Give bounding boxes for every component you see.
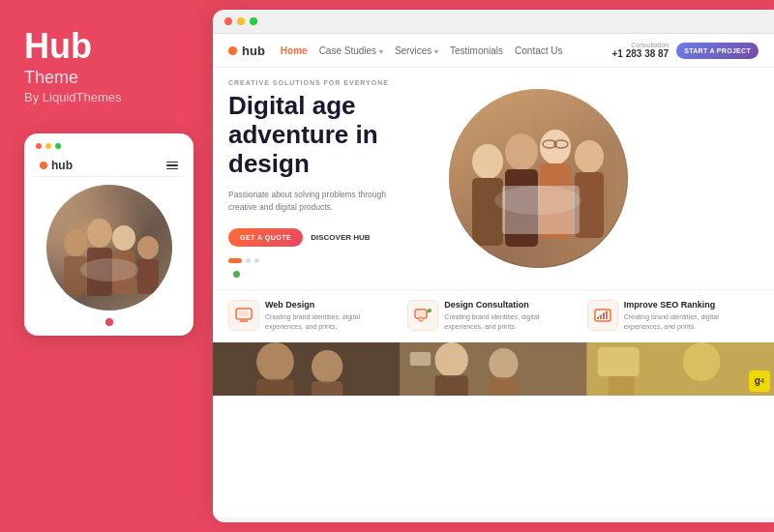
hero-buttons: GET A QUOTE DISCOVER HUB bbox=[228, 228, 432, 247]
mobile-logo-text: hub bbox=[51, 159, 73, 172]
svg-rect-28 bbox=[419, 317, 423, 321]
browser-window-controls bbox=[224, 17, 257, 25]
bottom-image-1 bbox=[213, 342, 400, 396]
svg-point-0 bbox=[64, 229, 87, 256]
hero-title-line1: Digital age bbox=[228, 91, 355, 120]
svg-rect-7 bbox=[137, 259, 159, 294]
svg-point-2 bbox=[87, 219, 112, 248]
svg-point-50 bbox=[682, 342, 720, 381]
service-design-consultation: Design Consultation Creating brand ident… bbox=[407, 300, 579, 333]
mobile-mockup: hub bbox=[24, 133, 194, 336]
mobile-window-controls bbox=[34, 143, 184, 149]
service-web-design-desc: Creating brand identities, digital exper… bbox=[265, 312, 400, 333]
svg-point-37 bbox=[256, 342, 294, 381]
nav-link-services[interactable]: Services ▾ bbox=[395, 45, 438, 56]
dropdown-arrow-case: ▾ bbox=[379, 47, 383, 56]
bottom-strip: g4 bbox=[213, 342, 774, 396]
svg-rect-48 bbox=[597, 347, 639, 376]
site-logo: hub bbox=[228, 44, 265, 58]
svg-point-12 bbox=[505, 133, 538, 170]
hamburger-icon[interactable] bbox=[166, 162, 178, 170]
nav-links: Home Case Studies ▾ Services ▾ Testimoni… bbox=[281, 45, 597, 56]
brand-subtitle: Theme bbox=[24, 68, 189, 88]
svg-rect-45 bbox=[490, 377, 519, 396]
consultation-phone[interactable]: +1 283 38 87 bbox=[612, 48, 670, 59]
service-consultation-text: Design Consultation Creating brand ident… bbox=[444, 300, 579, 333]
svg-rect-40 bbox=[312, 381, 342, 396]
browser-chrome bbox=[213, 10, 774, 34]
site-navigation: hub Home Case Studies ▾ Services ▾ Testi… bbox=[213, 34, 774, 68]
svg-rect-24 bbox=[239, 310, 249, 316]
bottom-image-2 bbox=[400, 342, 586, 396]
mobile-nav: hub bbox=[34, 155, 184, 177]
left-panel: Hub Theme By LiquidThemes hub bbox=[0, 0, 213, 532]
discover-hub-button[interactable]: DISCOVER HUB bbox=[311, 233, 370, 242]
hero-tagline: CREATIVE SOLUTIONS FOR EVERYONE bbox=[228, 79, 432, 86]
nav-link-contact[interactable]: Contact Us bbox=[515, 45, 562, 56]
svg-rect-43 bbox=[435, 375, 468, 396]
service-seo-text: Improve SEO Ranking Creating brand ident… bbox=[624, 300, 759, 333]
browser-dot-close[interactable] bbox=[224, 17, 232, 25]
svg-point-19 bbox=[494, 186, 581, 215]
hero-title: Digital age adventure in design bbox=[228, 92, 432, 179]
service-web-design-title: Web Design bbox=[265, 300, 400, 310]
service-consultation-title: Design Consultation bbox=[444, 300, 579, 310]
site-logo-text: hub bbox=[242, 44, 265, 58]
mobile-dot-green bbox=[55, 143, 61, 149]
hero-indicators bbox=[228, 258, 432, 263]
hero-circle-image bbox=[449, 89, 628, 268]
service-seo-desc: Creating brand identities, digital exper… bbox=[624, 312, 759, 333]
seo-icon bbox=[587, 300, 618, 331]
svg-point-8 bbox=[80, 258, 138, 281]
svg-rect-46 bbox=[410, 352, 431, 366]
hero-section: CREATIVE SOLUTIONS FOR EVERYONE Digital … bbox=[213, 68, 774, 289]
brand-by: By LiquidThemes bbox=[24, 90, 189, 104]
mobile-indicator-dot bbox=[105, 318, 113, 326]
brand-section: Hub Theme By LiquidThemes bbox=[24, 29, 189, 104]
svg-point-6 bbox=[137, 236, 159, 259]
bottom-image-3: g4 bbox=[587, 342, 774, 396]
hero-dot-active[interactable] bbox=[228, 258, 242, 263]
browser-dot-maximize[interactable] bbox=[250, 17, 257, 25]
dropdown-arrow-services: ▾ bbox=[434, 47, 438, 56]
svg-rect-1 bbox=[64, 256, 87, 295]
service-web-design: Web Design Creating brand identities, di… bbox=[228, 300, 400, 333]
consultation-label: Consultation bbox=[612, 42, 670, 48]
consultation-info: Consultation +1 283 38 87 bbox=[612, 42, 670, 59]
svg-rect-49 bbox=[608, 376, 634, 396]
svg-rect-11 bbox=[472, 178, 503, 246]
services-section: Web Design Creating brand identities, di… bbox=[213, 289, 774, 342]
svg-rect-27 bbox=[417, 311, 425, 316]
hero-dot-2[interactable] bbox=[246, 258, 251, 263]
svg-point-4 bbox=[112, 225, 135, 251]
svg-point-16 bbox=[575, 140, 604, 173]
mobile-logo: hub bbox=[40, 159, 73, 172]
get-quote-button[interactable]: GET A QUOTE bbox=[228, 228, 303, 247]
mobile-dot-red bbox=[36, 143, 42, 149]
hero-dot-3[interactable] bbox=[254, 258, 259, 263]
hero-title-line2: adventure in bbox=[228, 120, 378, 149]
web-design-icon bbox=[228, 300, 259, 331]
browser-window: hub Home Case Studies ▾ Services ▾ Testi… bbox=[213, 10, 774, 522]
decorative-green-dot bbox=[233, 271, 240, 278]
hero-subtitle: Passionate about solving problems throug… bbox=[228, 189, 402, 215]
hero-title-line3: design bbox=[228, 149, 310, 178]
service-consultation-desc: Creating brand identities, digital exper… bbox=[444, 312, 579, 333]
hero-image-area bbox=[441, 79, 635, 278]
bottom-badge: g4 bbox=[749, 370, 770, 392]
service-seo: Improve SEO Ranking Creating brand ident… bbox=[587, 300, 759, 333]
svg-point-10 bbox=[472, 144, 503, 179]
svg-point-42 bbox=[435, 342, 468, 377]
site-logo-dot bbox=[228, 46, 237, 55]
nav-link-case-studies[interactable]: Case Studies ▾ bbox=[319, 45, 383, 56]
browser-dot-minimize[interactable] bbox=[237, 17, 245, 25]
browser-content: hub Home Case Studies ▾ Services ▾ Testi… bbox=[213, 34, 774, 517]
hero-content: CREATIVE SOLUTIONS FOR EVERYONE Digital … bbox=[228, 79, 441, 278]
service-web-design-text: Web Design Creating brand identities, di… bbox=[265, 300, 400, 333]
mobile-logo-dot bbox=[40, 162, 47, 169]
nav-link-testimonials[interactable]: Testimonials bbox=[450, 45, 503, 56]
svg-point-39 bbox=[312, 350, 342, 383]
start-project-button[interactable]: START A PROJECT bbox=[676, 43, 759, 59]
nav-link-home[interactable]: Home bbox=[281, 45, 308, 56]
brand-title: Hub bbox=[24, 29, 189, 64]
